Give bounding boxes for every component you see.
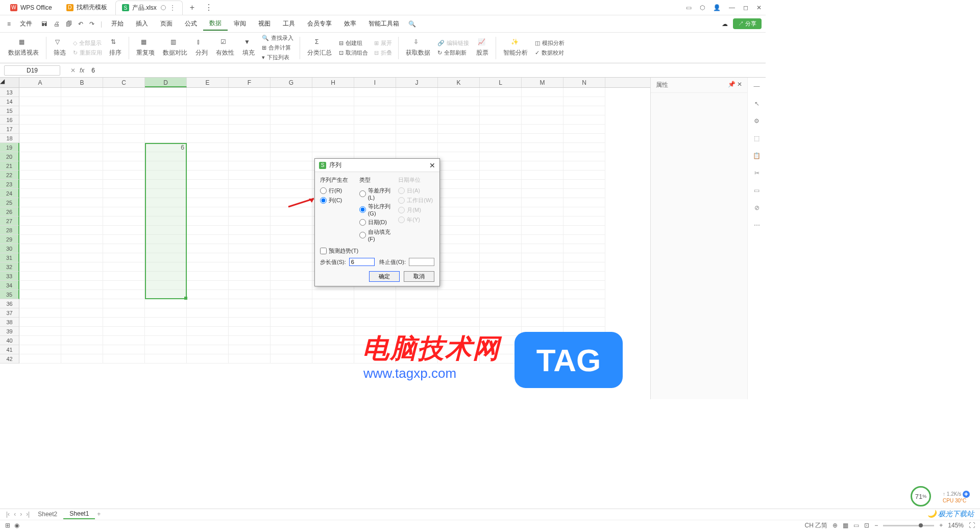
- tab-wps-office[interactable]: W WPS Office: [4, 1, 58, 15]
- cell[interactable]: [438, 106, 480, 115]
- cell[interactable]: [187, 253, 229, 262]
- cell[interactable]: [480, 198, 522, 207]
- cell[interactable]: [522, 216, 564, 226]
- cell[interactable]: [271, 281, 312, 290]
- cell[interactable]: [229, 143, 271, 152]
- menu-review[interactable]: 审阅: [228, 17, 252, 30]
- cell[interactable]: [522, 115, 564, 125]
- cell[interactable]: [480, 290, 522, 299]
- cell[interactable]: [438, 198, 480, 207]
- cell[interactable]: [480, 143, 522, 152]
- cell[interactable]: [438, 115, 480, 125]
- cell[interactable]: [103, 189, 145, 198]
- cell[interactable]: [61, 226, 103, 235]
- cell[interactable]: [187, 216, 229, 226]
- cell[interactable]: [145, 189, 187, 198]
- cell[interactable]: [19, 308, 61, 318]
- cell[interactable]: [229, 299, 271, 308]
- cell[interactable]: [522, 88, 564, 97]
- cell[interactable]: [187, 308, 229, 318]
- tab-menu-button[interactable]: ⋮: [200, 3, 218, 12]
- stocks-button[interactable]: 📈股票: [473, 37, 492, 58]
- cell[interactable]: [564, 235, 605, 244]
- cell[interactable]: [354, 115, 396, 125]
- cell[interactable]: [61, 143, 103, 152]
- radio-date[interactable]: 日期(D): [359, 219, 396, 226]
- col-header[interactable]: D: [145, 78, 187, 87]
- refresh-all-button[interactable]: ↻全部刷新: [435, 49, 471, 57]
- data-compare-button[interactable]: ▥数据对比: [160, 37, 190, 58]
- redo-icon[interactable]: ↷: [86, 18, 97, 30]
- menu-efficiency[interactable]: 效率: [338, 17, 362, 30]
- cell[interactable]: [61, 171, 103, 180]
- cell[interactable]: [145, 125, 187, 134]
- cell[interactable]: [522, 226, 564, 235]
- cell[interactable]: [61, 180, 103, 189]
- cell[interactable]: [564, 88, 605, 97]
- fill-button[interactable]: ▼填充: [239, 37, 258, 58]
- fx-icon[interactable]: fx: [80, 67, 84, 74]
- cell[interactable]: [145, 180, 187, 189]
- cell[interactable]: [103, 299, 145, 308]
- cell[interactable]: [19, 143, 61, 152]
- cell[interactable]: [522, 161, 564, 171]
- cell[interactable]: [354, 134, 396, 143]
- cell[interactable]: [145, 216, 187, 226]
- cell[interactable]: [271, 336, 312, 345]
- cell[interactable]: [522, 262, 564, 272]
- cell[interactable]: [438, 262, 480, 272]
- cell[interactable]: [61, 253, 103, 262]
- cell[interactable]: [522, 244, 564, 253]
- cell[interactable]: [271, 180, 312, 189]
- cell[interactable]: [522, 125, 564, 134]
- cell[interactable]: [438, 226, 480, 235]
- cell[interactable]: [438, 171, 480, 180]
- menu-smart-toolbox[interactable]: 智能工具箱: [362, 17, 405, 30]
- cell[interactable]: [564, 97, 605, 106]
- cell[interactable]: [312, 290, 354, 299]
- cell[interactable]: [61, 327, 103, 336]
- cell[interactable]: [103, 244, 145, 253]
- cell[interactable]: [480, 235, 522, 244]
- cell[interactable]: [522, 180, 564, 189]
- expand-button[interactable]: ⊞展开: [372, 39, 394, 47]
- row-header[interactable]: 21: [0, 161, 19, 171]
- cell[interactable]: [145, 318, 187, 327]
- cell[interactable]: [61, 115, 103, 125]
- cell[interactable]: [564, 115, 605, 125]
- cell[interactable]: [480, 281, 522, 290]
- menu-tools[interactable]: 工具: [277, 17, 301, 30]
- cell[interactable]: [229, 161, 271, 171]
- cell[interactable]: [438, 207, 480, 216]
- row-header[interactable]: 32: [0, 262, 19, 272]
- cell[interactable]: [103, 226, 145, 235]
- cell[interactable]: [271, 235, 312, 244]
- cell[interactable]: [145, 253, 187, 262]
- data-recheck-button[interactable]: ✓数据校对: [533, 49, 567, 57]
- cell[interactable]: [187, 198, 229, 207]
- cell[interactable]: [354, 106, 396, 115]
- cell[interactable]: [522, 299, 564, 308]
- cell[interactable]: [438, 253, 480, 262]
- cell[interactable]: [229, 327, 271, 336]
- cell[interactable]: [103, 345, 145, 354]
- cell[interactable]: [271, 354, 312, 364]
- col-header[interactable]: M: [522, 78, 564, 87]
- cell[interactable]: [522, 290, 564, 299]
- tab-product-xlsx[interactable]: S 产品.xlsx ⋮: [115, 1, 183, 15]
- row-header[interactable]: 25: [0, 198, 19, 207]
- cell[interactable]: [522, 171, 564, 180]
- cell[interactable]: [103, 318, 145, 327]
- cell[interactable]: [103, 161, 145, 171]
- cell[interactable]: [61, 161, 103, 171]
- cell[interactable]: [564, 134, 605, 143]
- save-icon[interactable]: 🖬: [38, 18, 51, 30]
- help-icon[interactable]: ⊘: [754, 204, 760, 211]
- cell[interactable]: [354, 88, 396, 97]
- menu-member[interactable]: 会员专享: [301, 17, 338, 30]
- cell[interactable]: [271, 207, 312, 216]
- cell[interactable]: [480, 180, 522, 189]
- cell[interactable]: [61, 318, 103, 327]
- undo-icon[interactable]: ↶: [75, 18, 86, 30]
- cell[interactable]: [229, 180, 271, 189]
